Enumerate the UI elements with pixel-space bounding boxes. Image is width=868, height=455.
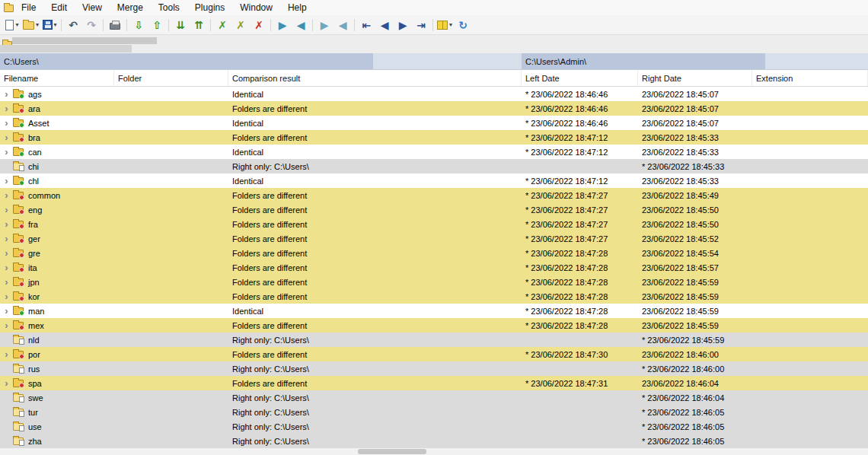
table-row[interactable]: ›rusRight only: C:\Users\* 23/06/2022 18… [0, 361, 868, 376]
table-row[interactable]: ›gerFolders are different* 23/06/2022 18… [0, 231, 868, 246]
auto-merge-button[interactable]: ✗ [213, 17, 231, 33]
save-button[interactable]: ▾ [40, 17, 59, 33]
dropdown-arrow-icon[interactable]: ▾ [449, 21, 452, 28]
column-header-comparison-result[interactable]: Comparison result [228, 70, 522, 86]
prev-conflict-button[interactable]: ◀ [333, 17, 352, 33]
expand-chevron-icon[interactable]: › [2, 248, 11, 258]
scrollbar-thumb[interactable] [358, 449, 426, 454]
menu-tools[interactable]: Tools [151, 0, 187, 15]
menu-help[interactable]: Help [280, 0, 314, 15]
delete-button[interactable]: ✗ [250, 17, 268, 33]
copy-left-button[interactable]: ⇧ [148, 17, 166, 33]
left-date-cell: * 23/06/2022 18:47:31 [522, 376, 638, 390]
table-row[interactable]: ›araFolders are different* 23/06/2022 18… [0, 101, 868, 116]
table-row[interactable]: ›mexFolders are different* 23/06/2022 18… [0, 318, 868, 332]
column-header-extension[interactable]: Extension [752, 70, 868, 86]
menu-edit[interactable]: Edit [43, 0, 75, 15]
redo-button[interactable]: ↷ [82, 17, 101, 33]
expand-chevron-icon[interactable]: › [2, 89, 11, 99]
expand-chevron-icon[interactable]: › [2, 205, 11, 215]
table-row[interactable]: ›commonFolders are different* 23/06/2022… [0, 188, 868, 202]
table-row[interactable]: ›greFolders are different* 23/06/2022 18… [0, 246, 868, 260]
table-row[interactable]: ›fraFolders are different* 23/06/2022 18… [0, 217, 868, 231]
print-button[interactable] [106, 17, 124, 33]
tab-strip-placeholder[interactable] [0, 45, 132, 52]
menu-window[interactable]: Window [232, 0, 280, 15]
right-date-cell: 23/06/2022 18:45:07 [638, 101, 752, 116]
right-path-segment[interactable]: C:\Users\Admin\ [522, 53, 765, 69]
column-header-left-date[interactable]: Left Date [522, 70, 638, 86]
prev-diff-button[interactable]: ◀ [292, 17, 310, 33]
last-diff-button[interactable]: ⇥ [412, 17, 430, 33]
new-button[interactable]: ▾ [3, 17, 21, 33]
dropdown-arrow-icon[interactable]: ▾ [15, 21, 18, 28]
horizontal-scrollbar[interactable] [0, 448, 868, 455]
table-row[interactable]: ›zhaRight only: C:\Users\* 23/06/2022 18… [0, 434, 868, 448]
expand-chevron-icon[interactable]: › [2, 132, 11, 142]
merge-mode-button[interactable]: ✗ [231, 17, 250, 33]
menu-plugins[interactable]: Plugins [187, 0, 232, 15]
column-header-folder[interactable]: Folder [114, 70, 228, 86]
table-row[interactable]: ›jpnFolders are different* 23/06/2022 18… [0, 275, 868, 289]
compare-tab-placeholder[interactable] [12, 37, 157, 44]
folder-cell [114, 405, 228, 419]
column-header-right-date[interactable]: Right Date [638, 70, 752, 86]
expand-chevron-icon[interactable]: › [2, 147, 11, 157]
table-row[interactable]: ›useRight only: C:\Users\* 23/06/2022 18… [0, 419, 868, 434]
expand-chevron-icon[interactable]: › [2, 320, 11, 330]
table-row[interactable]: ›braFolders are different* 23/06/2022 18… [0, 130, 868, 145]
expand-chevron-icon[interactable]: › [2, 219, 11, 229]
table-row[interactable]: ›turRight only: C:\Users\* 23/06/2022 18… [0, 405, 868, 419]
expand-chevron-icon[interactable]: › [2, 306, 11, 316]
table-row[interactable]: ›AssetIdentical* 23/06/2022 18:46:4623/0… [0, 116, 868, 130]
table-row[interactable]: ›spaFolders are different* 23/06/2022 18… [0, 376, 868, 390]
menu-view[interactable]: View [75, 0, 110, 15]
expand-chevron-icon[interactable]: › [2, 378, 11, 388]
copy-right-advance-button[interactable]: ⇊ [171, 17, 190, 33]
filename-cell: ›rus [0, 361, 114, 376]
prev-conflict-icon: ◀ [339, 20, 347, 30]
undo-button[interactable]: ↶ [64, 17, 82, 33]
next-conflict-button[interactable]: ▶ [315, 17, 333, 33]
prev-page-button[interactable]: ◀ [375, 17, 394, 33]
expand-chevron-icon[interactable]: › [2, 291, 11, 301]
expand-chevron-icon[interactable]: › [2, 176, 11, 186]
expand-chevron-icon[interactable]: › [2, 234, 11, 243]
next-diff-button[interactable]: ▶ [273, 17, 292, 33]
left-path-segment[interactable]: C:\Users\ [0, 53, 373, 69]
table-row[interactable]: ›chlIdentical* 23/06/2022 18:47:1223/06/… [0, 173, 868, 188]
expand-chevron-icon[interactable]: › [2, 118, 11, 128]
expand-chevron-icon[interactable]: › [2, 277, 11, 287]
menu-merge[interactable]: Merge [110, 0, 151, 15]
copy-left-advance-button[interactable]: ⇈ [190, 17, 208, 33]
extension-cell [752, 116, 868, 130]
filename-cell: ›tur [0, 405, 114, 419]
dropdown-arrow-icon[interactable]: ▾ [54, 21, 57, 28]
first-diff-button[interactable]: ⇤ [357, 17, 375, 33]
comparison-result-cell: Folders are different [228, 101, 522, 116]
next-page-button[interactable]: ▶ [394, 17, 412, 33]
table-row[interactable]: ›manIdentical* 23/06/2022 18:47:2823/06/… [0, 304, 868, 318]
filename-label: use [28, 422, 42, 431]
table-row[interactable]: ›chiRight only: C:\Users\* 23/06/2022 18… [0, 159, 868, 173]
table-row[interactable]: ›nldRight only: C:\Users\* 23/06/2022 18… [0, 332, 868, 347]
open-button[interactable]: ▾ [21, 17, 40, 33]
table-row[interactable]: ›agsIdentical* 23/06/2022 18:46:4623/06/… [0, 87, 868, 101]
table-row[interactable]: ›porFolders are different* 23/06/2022 18… [0, 347, 868, 361]
table-row[interactable]: ›canIdentical* 23/06/2022 18:47:1223/06/… [0, 145, 868, 159]
table-row[interactable]: ›sweRight only: C:\Users\* 23/06/2022 18… [0, 390, 868, 405]
copy-right-button[interactable]: ⇩ [129, 17, 148, 33]
column-header-filename[interactable]: Filename [0, 70, 114, 86]
menu-file[interactable]: File [14, 0, 43, 15]
toolbar-separator [432, 19, 433, 31]
expand-chevron-icon[interactable]: › [2, 262, 11, 272]
view-layout-button[interactable]: ▾ [436, 17, 454, 33]
table-row[interactable]: ›engFolders are different* 23/06/2022 18… [0, 202, 868, 217]
table-row[interactable]: ›itaFolders are different* 23/06/2022 18… [0, 260, 868, 275]
refresh-button[interactable]: ↻ [454, 17, 472, 33]
expand-chevron-icon[interactable]: › [2, 190, 11, 200]
dropdown-arrow-icon[interactable]: ▾ [36, 21, 39, 28]
expand-chevron-icon[interactable]: › [2, 349, 11, 359]
table-row[interactable]: ›korFolders are different* 23/06/2022 18… [0, 289, 868, 304]
expand-chevron-icon[interactable]: › [2, 103, 11, 113]
